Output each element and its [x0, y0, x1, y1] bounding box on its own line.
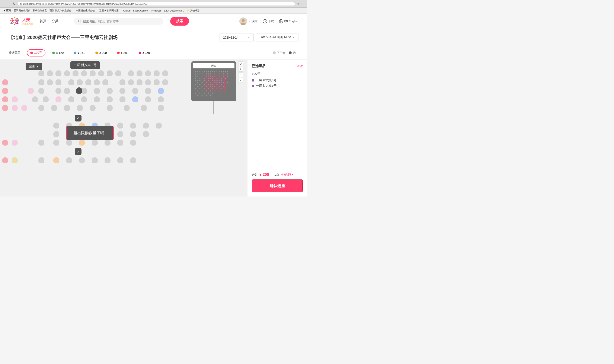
seat[interactable] — [124, 105, 130, 111]
seat[interactable] — [81, 96, 87, 102]
seat[interactable] — [156, 123, 162, 129]
date-select-1[interactable]: 2020-12-24 ▼ — [219, 33, 254, 42]
seat[interactable] — [130, 131, 136, 137]
seat[interactable] — [102, 79, 108, 85]
date-select-2[interactable]: 2020-12-24 周四 14:00 ▼ — [257, 33, 299, 42]
price-detail[interactable]: 价格明细▲ — [281, 173, 294, 176]
seat[interactable] — [53, 131, 59, 137]
filter-tag-350[interactable]: ¥ 350 — [135, 50, 153, 56]
seat[interactable] — [77, 79, 83, 85]
seat[interactable] — [53, 123, 59, 129]
seat[interactable] — [12, 157, 18, 163]
seat[interactable] — [51, 105, 57, 111]
seat[interactable] — [98, 70, 104, 76]
seat[interactable] — [68, 96, 74, 102]
seat[interactable] — [115, 70, 121, 76]
seat[interactable] — [143, 131, 149, 137]
filter-tag-200[interactable]: ¥ 200 — [92, 50, 110, 56]
seat[interactable] — [90, 70, 96, 76]
bookmark-idc[interactable]: 逍遥idc代刷网专用... — [99, 9, 121, 12]
bookmark-xinbang[interactable]: 新榜自媒体宝 — [33, 9, 47, 12]
seat[interactable] — [145, 88, 151, 94]
seat[interactable] — [55, 96, 61, 102]
download-link[interactable]: 下 下载 — [263, 19, 274, 24]
bookmark-damai[interactable]: 爱词霸在线词典 — [14, 9, 30, 12]
seat[interactable] — [2, 96, 8, 102]
seat[interactable] — [92, 140, 98, 145]
seat[interactable] — [94, 96, 100, 102]
seat[interactable] — [145, 70, 151, 76]
seat[interactable] — [68, 79, 74, 85]
seat[interactable] — [120, 96, 125, 102]
venue-reset-button[interactable]: ↺ — [238, 61, 243, 66]
seat[interactable] — [145, 96, 151, 102]
seat[interactable] — [47, 79, 53, 85]
seat[interactable] — [2, 105, 8, 111]
seat[interactable] — [105, 157, 110, 163]
seat[interactable] — [141, 105, 147, 111]
seat[interactable] — [38, 140, 44, 145]
seat[interactable] — [2, 157, 8, 163]
seat[interactable] — [79, 140, 85, 145]
seat[interactable] — [94, 88, 100, 94]
seat[interactable] — [32, 96, 38, 102]
seat[interactable] — [158, 105, 164, 111]
seat[interactable] — [132, 96, 138, 102]
seat[interactable] — [53, 157, 59, 163]
seat[interactable] — [66, 157, 72, 163]
bookmark-others[interactable]: 📁 其他书签 — [187, 9, 200, 12]
seat[interactable] — [77, 105, 83, 111]
seat[interactable] — [43, 96, 49, 102]
reload-icon[interactable]: ↻ — [13, 2, 15, 6]
seat[interactable] — [64, 70, 70, 76]
venue-zoom-in-button[interactable]: + — [238, 67, 243, 72]
venue-expand-button[interactable]: » — [238, 78, 243, 83]
filter-tag-100[interactable]: 100元 — [27, 49, 45, 56]
venue-zoom-out-button[interactable]: − — [238, 72, 243, 77]
bookmark-github[interactable]: GitHub — [123, 9, 131, 12]
seat[interactable] — [158, 88, 164, 94]
bookmark-ipaddress[interactable]: IPAddress — [151, 9, 162, 12]
seat-selected-3[interactable] — [76, 87, 82, 94]
seat[interactable] — [92, 157, 98, 163]
url-bar[interactable]: seatsvc.damai.cn/tms/selectSeat?itemId=6… — [20, 2, 148, 5]
seat[interactable] — [38, 157, 44, 163]
seat-map-area[interactable]: 采集 ▼ 一层 财八桌 3号 — [0, 60, 247, 196]
seat-checked-1[interactable]: ✓ — [75, 115, 82, 121]
seat[interactable] — [2, 140, 8, 145]
seat[interactable] — [64, 88, 70, 94]
seat[interactable] — [28, 88, 34, 94]
seat[interactable] — [94, 79, 100, 85]
bookmark-research[interactable]: 中国研究生招生信... — [76, 9, 97, 12]
search-input[interactable] — [83, 20, 159, 23]
seat[interactable] — [79, 157, 85, 163]
seat[interactable] — [53, 140, 59, 145]
seat[interactable] — [136, 70, 142, 76]
seat[interactable] — [66, 140, 72, 145]
seat[interactable] — [162, 79, 168, 85]
seat[interactable] — [55, 70, 61, 76]
seat[interactable] — [38, 105, 44, 111]
seat[interactable] — [38, 88, 44, 94]
seat[interactable] — [107, 70, 113, 76]
seat[interactable] — [154, 70, 160, 76]
seat[interactable] — [72, 70, 79, 76]
seat[interactable] — [38, 70, 44, 76]
user-menu[interactable]: 石璞东 — [239, 17, 258, 25]
seat[interactable] — [143, 123, 149, 129]
bookmark-icon[interactable]: ☆ — [297, 2, 300, 6]
collect-button[interactable]: 采集 ▼ — [26, 63, 42, 70]
seat[interactable] — [12, 96, 18, 102]
seat[interactable] — [117, 140, 123, 145]
seat[interactable] — [128, 70, 134, 76]
seat[interactable] — [55, 79, 61, 85]
seat[interactable] — [145, 79, 151, 85]
back-icon[interactable]: ← — [2, 2, 6, 6]
seat[interactable] — [2, 79, 8, 85]
bookmark-mianchao[interactable]: 面朝-新媒体商业服务... — [50, 9, 73, 12]
bookmark-stackoverflow[interactable]: StackOverflow — [133, 9, 148, 12]
filter-tag-280[interactable]: ¥ 280 — [114, 50, 132, 56]
seat[interactable] — [120, 79, 125, 85]
seat[interactable] — [117, 157, 123, 163]
forward-icon[interactable]: → — [8, 2, 11, 6]
